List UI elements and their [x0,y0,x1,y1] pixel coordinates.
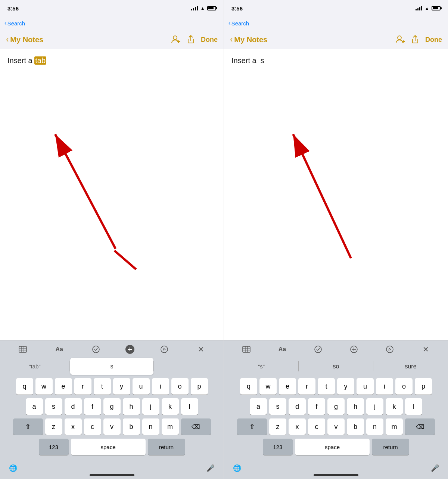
key-j-right[interactable]: j [366,398,383,415]
key-backspace-left[interactable]: ⌫ [181,418,211,435]
key-t-right[interactable]: t [318,378,335,395]
key-e-right[interactable]: e [279,378,296,395]
key-return-right[interactable]: return [372,439,409,455]
key-f-left[interactable]: f [84,398,101,415]
key-k-left[interactable]: k [162,398,179,415]
key-space-left[interactable]: space [71,439,146,455]
person-add-icon-left[interactable] [171,35,181,44]
key-n-right[interactable]: n [366,418,383,435]
key-z-right[interactable]: z [269,418,286,435]
done-button-right[interactable]: Done [425,36,442,44]
share-icon-left[interactable] [187,35,195,44]
key-o-right[interactable]: o [395,378,413,395]
back-search-left[interactable]: ‹ Search [4,19,25,27]
mic-icon-right[interactable]: 🎤 [431,464,439,472]
search-label-left: Search [7,20,25,27]
key-m-right[interactable]: m [386,418,403,435]
table-icon-left[interactable] [16,343,29,356]
key-i-right[interactable]: i [376,378,393,395]
key-a-right[interactable]: a [250,398,267,415]
nav-back-chevron-left[interactable]: ‹ [6,35,9,44]
key-d-right[interactable]: d [289,398,306,415]
table-icon-right[interactable] [240,343,253,356]
key-u-left[interactable]: u [133,378,150,395]
plus-circle-icon-right[interactable] [347,343,361,356]
pen-icon-right[interactable] [383,343,396,356]
key-s-left[interactable]: s [45,398,62,415]
pen-icon-left[interactable] [158,343,171,356]
autocomplete-item-s-right[interactable]: "s" [224,358,299,375]
globe-icon-right[interactable]: 🌐 [233,464,241,472]
key-w-left[interactable]: w [35,378,53,395]
key-q-right[interactable]: q [240,378,257,395]
autocomplete-item-empty-left[interactable] [154,358,224,375]
key-n-left[interactable]: n [142,418,159,435]
key-b-right[interactable]: b [347,418,364,435]
done-button-left[interactable]: Done [201,36,218,44]
mic-icon-left[interactable]: 🎤 [206,464,215,472]
note-content-right[interactable]: Insert a s [224,49,448,340]
autocomplete-item-s-left[interactable]: s [70,358,153,375]
key-space-right[interactable]: space [295,439,370,455]
chevron-left-icon-left: ‹ [4,19,7,27]
key-v-right[interactable]: v [327,418,345,435]
share-icon-right[interactable] [411,35,419,44]
key-c-left[interactable]: c [84,418,101,435]
key-a-left[interactable]: a [26,398,43,415]
key-c-right[interactable]: c [308,418,325,435]
key-x-left[interactable]: x [65,418,82,435]
key-t-left[interactable]: t [94,378,111,395]
person-add-icon-right[interactable] [395,35,405,44]
autocomplete-item-sure-right[interactable]: sure [373,358,448,375]
key-e-left[interactable]: e [55,378,72,395]
nav-back-chevron-right[interactable]: ‹ [230,35,233,44]
check-circle-icon-right[interactable] [311,343,325,356]
key-l-right[interactable]: l [405,398,422,415]
key-y-left[interactable]: y [113,378,130,395]
key-x-right[interactable]: x [289,418,306,435]
autocomplete-item-tab-left[interactable]: "tab" [0,358,69,375]
key-b-left[interactable]: b [123,418,140,435]
key-y-right[interactable]: y [337,378,354,395]
key-j-left[interactable]: j [142,398,159,415]
battery-icon-left [207,6,216,10]
key-p-left[interactable]: p [191,378,208,395]
key-h-left[interactable]: h [123,398,140,415]
key-u-right[interactable]: u [357,378,374,395]
key-g-right[interactable]: g [327,398,345,415]
key-g-left[interactable]: g [103,398,121,415]
close-icon-left[interactable]: ✕ [194,343,208,356]
key-123-left[interactable]: 123 [39,439,69,455]
key-l-left[interactable]: l [181,398,198,415]
key-z-left[interactable]: z [45,418,62,435]
plus-circle-icon-left[interactable] [125,345,134,354]
key-r-right[interactable]: r [298,378,315,395]
key-r-left[interactable]: r [74,378,91,395]
key-return-left[interactable]: return [148,439,185,455]
font-icon-right[interactable]: Aa [276,343,289,356]
key-k-right[interactable]: k [386,398,403,415]
key-m-left[interactable]: m [162,418,179,435]
key-s-right[interactable]: s [269,398,286,415]
note-content-left[interactable]: Insert a tab [0,49,224,340]
key-shift-right[interactable]: ⇧ [237,418,267,435]
key-123-right[interactable]: 123 [263,439,293,455]
autocomplete-item-so-right[interactable]: so [299,358,373,375]
nav-title-right: My Notes [234,35,267,44]
key-h-right[interactable]: h [347,398,364,415]
key-q-left[interactable]: q [16,378,33,395]
close-icon-right[interactable]: ✕ [419,343,432,356]
key-p-right[interactable]: p [415,378,432,395]
key-d-left[interactable]: d [65,398,82,415]
key-w-right[interactable]: w [259,378,277,395]
key-v-left[interactable]: v [103,418,121,435]
key-backspace-right[interactable]: ⌫ [405,418,435,435]
globe-icon-left[interactable]: 🌐 [9,464,17,472]
check-circle-icon-left[interactable] [89,343,103,356]
font-icon-left[interactable]: Aa [53,343,66,356]
key-o-left[interactable]: o [171,378,189,395]
key-shift-left[interactable]: ⇧ [13,418,43,435]
back-search-right[interactable]: ‹ Search [228,19,249,27]
key-f-right[interactable]: f [308,398,325,415]
key-i-left[interactable]: i [152,378,169,395]
